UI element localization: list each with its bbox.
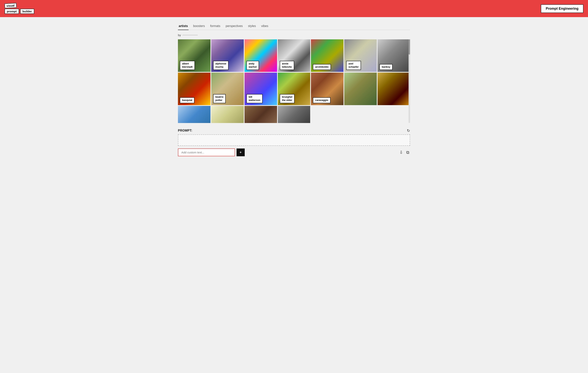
artist-bg-row3-4 — [211, 106, 244, 123]
by-line: by — [178, 33, 410, 37]
artist-card-bill-watterson[interactable]: bill watterson — [244, 73, 277, 105]
artist-card-brueghel-elder[interactable]: brueghel the elder — [278, 73, 310, 105]
scrollbar-thumb[interactable] — [409, 39, 410, 55]
artist-label-albert-bierstadt: albert bierstadt — [180, 61, 195, 70]
artist-label-bill-watterson: bill watterson — [246, 94, 262, 103]
download-icon[interactable]: ⇩ — [399, 149, 404, 156]
tab-boosters[interactable]: boosters — [192, 23, 206, 30]
artist-card-albert-bierstadt[interactable]: albert bierstadt — [178, 39, 210, 72]
artist-label-andy-warhol: andy warhol — [246, 61, 259, 70]
artist-card-axel-schaefer[interactable]: axel schaefer — [344, 39, 377, 72]
artist-label-axel-schaefer: axel schaefer — [346, 61, 361, 70]
artist-bg-row3-6 — [278, 106, 310, 123]
scrollbar-track — [409, 39, 410, 123]
tabs-nav: artists boosters formats perspectives st… — [178, 23, 410, 30]
prompt-input-left: + — [178, 149, 245, 156]
grid-container: albert bierstadtalphonse muchaandy warho… — [178, 39, 410, 123]
artist-card-annie-leibovitz[interactable]: annie leibovitz — [278, 39, 310, 72]
prompt-box — [178, 134, 410, 146]
artist-card-basquiat[interactable]: basquiat — [178, 73, 210, 105]
add-button[interactable]: + — [237, 149, 245, 156]
tab-perspectives[interactable]: perspectives — [225, 23, 243, 30]
by-underline — [182, 35, 198, 35]
artist-card-row3-2[interactable] — [378, 73, 410, 105]
tab-formats[interactable]: formats — [209, 23, 221, 30]
artist-bg-row3-5 — [244, 106, 277, 123]
artist-card-andy-warhol[interactable]: andy warhol — [244, 39, 277, 72]
logo-prompt: prompt — [5, 9, 19, 14]
tab-artists[interactable]: artists — [178, 23, 189, 30]
logo-row: prompt builder — [5, 9, 34, 14]
artist-label-brueghel-elder: brueghel the elder — [280, 94, 295, 103]
artist-label-caravaggio: caravaggio — [313, 97, 331, 103]
artist-label-arcimboldo: arcimboldo — [313, 64, 331, 70]
artist-card-caravaggio[interactable]: caravaggio — [311, 73, 344, 105]
tab-vibes[interactable]: vibes — [260, 23, 269, 30]
copy-icon[interactable]: ⧉ — [406, 149, 410, 156]
artist-label-beatrix-potter: beatrix potter — [213, 94, 226, 103]
artist-card-banksy[interactable]: banksy — [378, 39, 410, 72]
by-label: by — [178, 33, 181, 37]
artist-label-banksy: banksy — [379, 64, 393, 70]
prompt-header: PROMPT: ↻ — [178, 127, 410, 134]
prompt-engineering-button[interactable]: Prompt Engineering — [541, 4, 583, 13]
artist-card-row3-3[interactable] — [178, 106, 210, 123]
artist-card-alphonse-mucha[interactable]: alphonse mucha — [211, 39, 244, 72]
artist-card-beatrix-potter[interactable]: beatrix potter — [211, 73, 244, 105]
artist-card-arcimboldo[interactable]: arcimboldo — [311, 39, 344, 72]
tab-styles[interactable]: styles — [247, 23, 257, 30]
artist-bg-row3-1 — [344, 73, 377, 105]
artist-card-row3-6[interactable] — [278, 106, 310, 123]
main-content: artists boosters formats perspectives st… — [174, 17, 414, 160]
custom-text-input[interactable] — [178, 149, 235, 156]
artist-card-row3-5[interactable] — [244, 106, 277, 123]
prompt-input-row: + ⇩ ⧉ — [178, 149, 410, 156]
artist-label-annie-leibovitz: annie leibovitz — [280, 61, 294, 70]
artist-card-row3-4[interactable] — [211, 106, 244, 123]
artist-bg-row3-2 — [378, 73, 410, 105]
artists-grid: albert bierstadtalphonse muchaandy warho… — [178, 39, 410, 123]
logo-area: visual prompt builder — [5, 3, 34, 14]
prompt-section: PROMPT: ↻ + ⇩ ⧉ — [178, 127, 410, 156]
logo-builder: builder — [20, 9, 34, 14]
app-header: visual prompt builder Prompt Engineering — [0, 0, 588, 17]
prompt-label: PROMPT: — [178, 129, 192, 132]
artist-bg-row3-3 — [178, 106, 210, 123]
refresh-icon[interactable]: ↻ — [407, 128, 410, 133]
artist-label-basquiat: basquiat — [180, 97, 194, 103]
logo-visual: visual — [4, 3, 17, 8]
prompt-actions: ⇩ ⧉ — [399, 149, 410, 156]
artist-card-row3-1[interactable] — [344, 73, 377, 105]
artist-label-alphonse-mucha: alphonse mucha — [213, 61, 229, 70]
